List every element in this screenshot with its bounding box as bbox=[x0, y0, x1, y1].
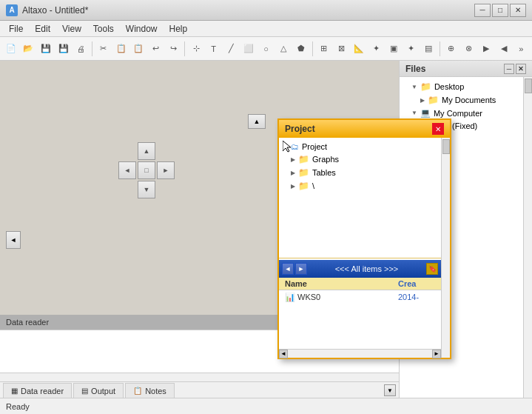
sep4 bbox=[440, 41, 440, 56]
bottom-tabs: ▦ Data reader ▤ Output 📋 Notes ▼ bbox=[0, 381, 399, 398]
tb-back[interactable]: ◀ bbox=[496, 41, 512, 57]
hscroll-track[interactable] bbox=[288, 350, 432, 358]
tb-poly[interactable]: ⬟ bbox=[293, 41, 309, 57]
project-tree-root[interactable]: ▼ 🗂 Project bbox=[282, 141, 438, 153]
tree-item-mycomputer[interactable]: ▼ 💻 My Computer bbox=[411, 107, 520, 119]
tb-star2[interactable]: ✦ bbox=[403, 41, 420, 57]
close-button[interactable]: ✕ bbox=[510, 4, 526, 17]
data-reader-scrollbar[interactable] bbox=[0, 373, 399, 381]
backslash-folder-icon: 📁 bbox=[298, 181, 309, 191]
tb-more[interactable]: » bbox=[513, 41, 529, 57]
tab-notes[interactable]: 📋 Notes bbox=[125, 383, 175, 398]
maximize-button[interactable]: □ bbox=[492, 4, 508, 17]
nav-center-button[interactable]: □ bbox=[138, 161, 155, 179]
tb-rect[interactable]: ⬜ bbox=[240, 41, 257, 57]
graphs-arrow: ▶ bbox=[291, 156, 295, 163]
tb-ellipse[interactable]: ○ bbox=[258, 41, 275, 57]
menu-file[interactable]: File bbox=[3, 22, 29, 36]
project-root-label: Project bbox=[302, 142, 327, 151]
project-nav-prev[interactable]: ◄ bbox=[282, 263, 294, 275]
tb-plus[interactable]: ⊕ bbox=[443, 41, 459, 57]
toolbar: 📄 📂 💾 💾 🖨 ✂ 📋 📋 ↩ ↪ ⊹ T ╱ ⬜ ○ △ ⬟ ⊞ ⊠ 📐 … bbox=[0, 37, 532, 61]
wks0-icon: 📊 bbox=[285, 293, 295, 301]
project-table-empty bbox=[279, 304, 441, 349]
tb-open[interactable]: 📂 bbox=[21, 41, 37, 57]
mydocs-label: My Documents bbox=[442, 96, 496, 104]
nav-empty-tr bbox=[157, 142, 175, 160]
nav-up-button[interactable]: ▲ bbox=[138, 142, 155, 160]
menu-bar: File Edit View Tools Window Help bbox=[0, 21, 532, 37]
files-panel-controls: ─ ✕ bbox=[504, 64, 526, 74]
tb-save[interactable]: 💾 bbox=[38, 41, 54, 57]
files-pin-button[interactable]: ─ bbox=[504, 64, 514, 74]
tb-block[interactable]: ▣ bbox=[385, 41, 402, 57]
tb-hatch[interactable]: ▤ bbox=[420, 41, 437, 57]
tab-output[interactable]: ▤ Output bbox=[73, 383, 124, 398]
tb-table[interactable]: ⊠ bbox=[333, 41, 349, 57]
tab-data-reader[interactable]: ▦ Data reader bbox=[3, 383, 72, 398]
minimize-button[interactable]: ─ bbox=[474, 4, 491, 17]
tb-undo[interactable]: ↩ bbox=[148, 41, 164, 57]
hscroll-left-btn[interactable]: ◄ bbox=[279, 350, 288, 358]
nav-right-button[interactable]: ► bbox=[157, 161, 175, 179]
tb-paste[interactable]: 📋 bbox=[130, 41, 147, 57]
tb-minus[interactable]: ⊗ bbox=[461, 41, 477, 57]
project-hscroll[interactable]: ◄ ► bbox=[279, 349, 441, 358]
wks0-name: 📊 WKS0 bbox=[285, 293, 398, 302]
tb-ruler[interactable]: 📐 bbox=[351, 41, 367, 57]
nav-down-button[interactable]: ▼ bbox=[138, 181, 155, 198]
files-close-button[interactable]: ✕ bbox=[516, 64, 526, 74]
tb-fwd[interactable]: ▶ bbox=[478, 41, 494, 57]
tb-redo[interactable]: ↪ bbox=[166, 41, 182, 57]
wks0-created: 2014- bbox=[398, 293, 435, 302]
mydocs-arrow: ▶ bbox=[420, 97, 425, 104]
project-tree: ▼ 🗂 Project ▶ 📁 Graphs ▶ 📁 Tables ▶ 📁 bbox=[279, 138, 441, 256]
project-bookmark-btn[interactable]: 🔖 bbox=[426, 263, 438, 275]
project-tree-tables[interactable]: ▶ 📁 Tables bbox=[291, 166, 438, 179]
menu-tools[interactable]: Tools bbox=[87, 22, 120, 36]
project-table-row-wks0[interactable]: 📊 WKS0 2014- bbox=[279, 290, 441, 304]
hscroll-right-btn[interactable]: ► bbox=[432, 350, 441, 358]
menu-window[interactable]: Window bbox=[120, 22, 164, 36]
tb-cut[interactable]: ✂ bbox=[95, 41, 112, 57]
data-reader-tab-icon: ▦ bbox=[11, 387, 18, 395]
project-vscroll[interactable] bbox=[441, 138, 450, 358]
menu-view[interactable]: View bbox=[56, 22, 87, 36]
menu-help[interactable]: Help bbox=[164, 22, 194, 36]
tb-copy[interactable]: 📋 bbox=[113, 41, 129, 57]
project-col-created: Crea bbox=[398, 279, 435, 288]
mycomputer-icon: 💻 bbox=[420, 108, 431, 118]
tab-dropdown[interactable]: ▼ bbox=[384, 384, 396, 396]
nav-left-button[interactable]: ◄ bbox=[118, 161, 136, 179]
files-scrollbar[interactable] bbox=[523, 77, 532, 398]
tree-item-mydocs[interactable]: ▶ 📁 My Documents bbox=[420, 93, 520, 107]
project-tree-backslash[interactable]: ▶ 📁 \ bbox=[291, 179, 438, 193]
tb-text[interactable]: T bbox=[206, 41, 222, 57]
tb-save2[interactable]: 💾 bbox=[55, 41, 72, 57]
mycomputer-arrow: ▼ bbox=[411, 110, 417, 116]
project-dialog-header: Project ✕ bbox=[279, 120, 450, 138]
project-dialog-close-button[interactable]: ✕ bbox=[432, 123, 444, 135]
main-container: ▲ ▲ ◄ □ ► ▼ ◄ ► Data rea bbox=[0, 61, 532, 398]
tb-tri[interactable]: △ bbox=[275, 41, 292, 57]
sep2 bbox=[184, 41, 185, 56]
tb-grid[interactable]: ⊞ bbox=[316, 41, 332, 57]
nav-top-button[interactable]: ▲ bbox=[248, 114, 266, 129]
edge-left-button[interactable]: ◄ bbox=[6, 231, 21, 249]
tb-select[interactable]: ⊹ bbox=[188, 41, 204, 57]
tb-star[interactable]: ✦ bbox=[368, 41, 384, 57]
title-bar-controls: ─ □ ✕ bbox=[474, 4, 526, 17]
project-bottom-bar: ◄ ► <<< All items >>> 🔖 bbox=[279, 260, 441, 278]
project-tree-graphs[interactable]: ▶ 📁 Graphs bbox=[291, 153, 438, 166]
tb-print[interactable]: 🖨 bbox=[73, 41, 90, 57]
tree-item-desktop[interactable]: ▼ 📁 Desktop bbox=[411, 80, 520, 93]
desktop-arrow: ▼ bbox=[411, 84, 417, 90]
tb-line[interactable]: ╱ bbox=[223, 41, 239, 57]
project-nav-next[interactable]: ► bbox=[295, 263, 307, 275]
project-root-arrow: ▼ bbox=[282, 144, 288, 150]
sep3 bbox=[312, 41, 313, 56]
menu-edit[interactable]: Edit bbox=[29, 22, 56, 36]
tb-new[interactable]: 📄 bbox=[3, 41, 19, 57]
mycomputer-label: My Computer bbox=[434, 109, 482, 118]
nav-empty-br bbox=[157, 181, 175, 198]
